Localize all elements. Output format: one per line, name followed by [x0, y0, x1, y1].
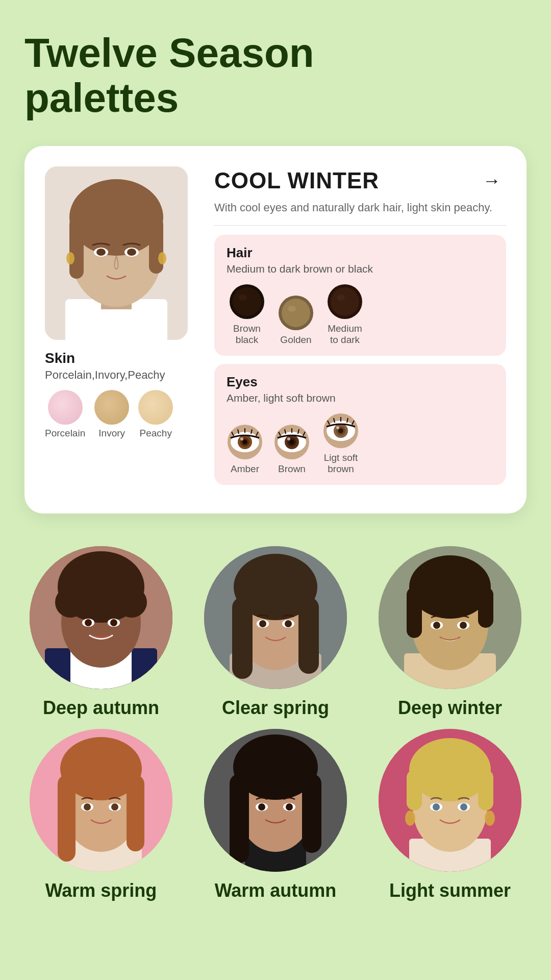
hair-swatch-medium-dark: Medium to dark: [324, 283, 365, 346]
svg-point-37: [289, 439, 294, 445]
swatch-circle-porcelain: [48, 390, 83, 425]
portrait-circle-light-summer: [379, 729, 521, 872]
eye-swatch-light-brown: Ligt soft brown: [320, 412, 361, 475]
portraits-row-2: Warm spring: [24, 729, 527, 901]
svg-rect-120: [407, 770, 422, 811]
page-title: Twelve Season palettes: [24, 31, 527, 120]
hair-trait-box: Hair Medium to dark brown or black Brown…: [214, 235, 506, 356]
portrait-name-light-summer: Light summer: [389, 880, 511, 901]
svg-rect-88: [478, 587, 493, 628]
swatch-invory: Invory: [94, 390, 129, 439]
svg-point-103: [111, 803, 118, 811]
svg-point-11: [66, 252, 74, 264]
svg-point-66: [87, 560, 115, 589]
eyes-trait-box: Eyes Amber, light soft brown: [214, 364, 506, 485]
svg-point-127: [460, 803, 467, 811]
portrait-circle-warm-autumn: [204, 729, 347, 872]
svg-point-77: [234, 554, 317, 620]
portrait-circle-deep-autumn: [30, 546, 172, 689]
portrait-warm-autumn[interactable]: Warm autumn: [199, 729, 352, 901]
hair-swatch-name-1: Brown black: [227, 323, 267, 346]
eyes-label: Eyes: [227, 374, 494, 390]
swatch-name-peachy: Peachy: [140, 428, 172, 439]
season-title: COOL WINTER: [214, 168, 379, 193]
swatch-name-porcelain: Porcelain: [45, 428, 85, 439]
card-divider: [214, 225, 506, 226]
svg-point-49: [336, 426, 339, 429]
hair-label: Hair: [227, 245, 494, 261]
swatch-name-invory: Invory: [98, 428, 125, 439]
swatch-peachy: Peachy: [138, 390, 173, 439]
skin-label: Skin: [45, 350, 75, 366]
portrait-name-warm-autumn: Warm autumn: [215, 880, 337, 901]
eyes-swatches: Amber: [227, 412, 494, 475]
portrait-circle-warm-spring: [30, 729, 172, 872]
portrait-deep-winter[interactable]: Deep winter: [373, 546, 527, 719]
hair-swatch-brown-black: Brown black: [227, 283, 267, 346]
svg-point-17: [282, 299, 310, 327]
portrait-warm-spring[interactable]: Warm spring: [24, 729, 178, 901]
season-header: COOL WINTER →: [214, 166, 506, 195]
svg-point-15: [239, 295, 247, 301]
svg-point-64: [63, 574, 88, 600]
svg-point-8: [96, 249, 106, 256]
svg-rect-121: [478, 770, 493, 811]
eye-swatch-brown: Brown: [273, 424, 310, 475]
season-card: Skin Porcelain,Invory,Peachy Porcelain I…: [24, 146, 527, 513]
svg-point-122: [405, 811, 415, 826]
portraits-section: Deep autumn: [24, 546, 527, 912]
skin-subtitle: Porcelain,Invory,Peachy: [45, 369, 165, 382]
svg-point-38: [287, 437, 290, 440]
svg-point-14: [233, 287, 261, 316]
eyes-subtitle: Amber, light soft brown: [227, 392, 494, 404]
season-arrow-button[interactable]: →: [478, 166, 506, 195]
card-right: COOL WINTER → With cool eyes and natural…: [214, 166, 506, 493]
hair-subtitle: Medium to dark brown or black: [227, 263, 494, 275]
skin-swatches: Porcelain Invory Peachy: [45, 390, 173, 439]
season-description: With cool eyes and naturally dark hair, …: [214, 199, 506, 216]
svg-point-101: [84, 803, 91, 811]
svg-point-99: [60, 737, 142, 800]
hair-swatches: Brown black Golden Med: [227, 283, 494, 346]
svg-point-10: [127, 249, 136, 256]
eye-swatch-name-1: Amber: [231, 463, 259, 475]
svg-point-112: [258, 803, 265, 811]
svg-point-12: [158, 252, 166, 264]
eye-swatch-name-3: Ligt soft brown: [320, 452, 361, 475]
portrait-name-deep-winter: Deep winter: [398, 697, 502, 719]
swatch-circle-invory: [94, 390, 129, 425]
portrait-light-summer[interactable]: Light summer: [373, 729, 527, 901]
svg-point-125: [433, 803, 440, 811]
portrait-name-warm-spring: Warm spring: [45, 880, 157, 901]
svg-point-48: [338, 428, 343, 433]
svg-point-114: [286, 803, 293, 811]
hair-swatch-name-2: Golden: [280, 334, 311, 346]
svg-point-70: [110, 619, 117, 626]
svg-point-18: [288, 306, 296, 312]
hair-swatch-name-3: Medium to dark: [324, 323, 365, 346]
portrait-circle-deep-winter: [379, 546, 521, 689]
svg-point-123: [485, 811, 495, 826]
card-left: Skin Porcelain,Invory,Peachy Porcelain I…: [45, 166, 198, 493]
portrait-clear-spring[interactable]: Clear spring: [199, 546, 352, 719]
svg-rect-87: [407, 587, 422, 638]
svg-rect-6: [149, 217, 163, 274]
svg-point-65: [114, 574, 139, 600]
eye-swatch-name-2: Brown: [278, 463, 306, 475]
svg-point-20: [331, 287, 359, 316]
portraits-row-1: Deep autumn: [24, 546, 527, 719]
person-photo: [45, 166, 188, 340]
svg-point-21: [337, 295, 345, 301]
svg-point-81: [285, 620, 292, 627]
portrait-circle-clear-spring: [204, 546, 347, 689]
svg-point-90: [433, 622, 440, 629]
svg-point-79: [259, 620, 266, 627]
svg-rect-5: [69, 217, 84, 279]
portrait-deep-autumn[interactable]: Deep autumn: [24, 546, 178, 719]
portrait-name-deep-autumn: Deep autumn: [43, 697, 159, 719]
eye-swatch-amber: Amber: [227, 424, 263, 475]
hair-swatch-golden: Golden: [278, 295, 314, 346]
svg-point-68: [85, 619, 92, 626]
swatch-circle-peachy: [138, 390, 173, 425]
portrait-name-clear-spring: Clear spring: [222, 697, 329, 719]
